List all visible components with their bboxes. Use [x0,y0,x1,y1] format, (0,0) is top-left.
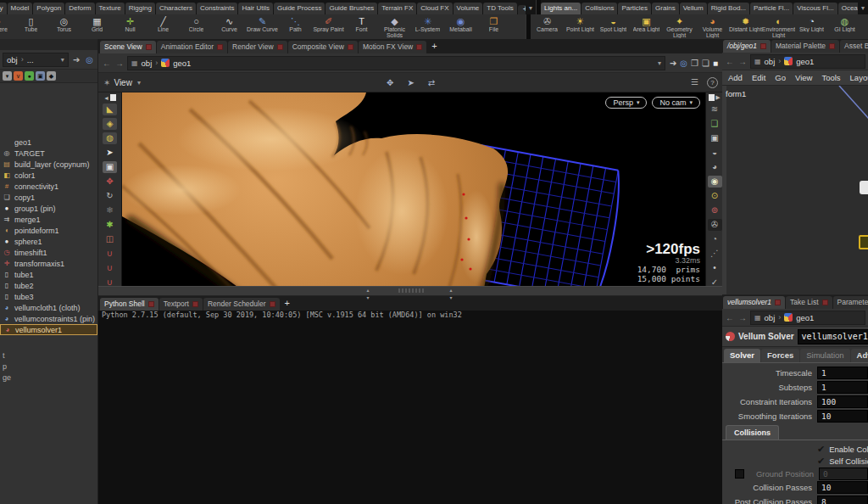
pose-snowflake-icon[interactable]: ❄ [103,204,117,216]
node-list-item[interactable]: ◕vellumsolver1 [0,324,97,335]
hood-icon[interactable]: ◒ [708,147,722,159]
shelf-tool[interactable]: ▣Area Light [630,16,663,38]
parameter-field[interactable]: 10 [817,410,868,423]
pane-tab[interactable]: + [427,39,441,53]
shelf-tab[interactable]: Vellum [680,3,707,14]
shelf-tool[interactable]: ✐Spray Paint [312,16,345,38]
magnet-icon[interactable]: ∪ [103,277,117,286]
node-list-item[interactable]: ◕vellumcloth1 (cloth) [0,302,97,313]
camera-selector[interactable]: No cam▾ [652,97,700,109]
strip-scroll-controls[interactable]: ◄ [103,94,116,101]
shelf-tab[interactable]: + [518,5,526,14]
panel-filter-icon[interactable]: ▾ [3,71,12,81]
parameter-field[interactable]: 100 [817,395,868,408]
checkbox-icon[interactable]: ✔ [817,445,825,454]
shelf-tool[interactable]: ▦Grid [81,16,114,38]
shelf-tool[interactable]: ∿Curve [213,16,246,38]
eye-icon[interactable]: ◔ [708,233,722,245]
shelf-overflow-icon[interactable]: ▾ [526,4,536,14]
parameter-field[interactable]: 8 [817,496,868,504]
node-list-item[interactable]: ▯tube2 [0,280,97,291]
pane-tab[interactable]: Render View [228,41,287,53]
menu-item[interactable]: Add [728,73,743,82]
shelf-tab[interactable]: Particle Fl... [750,3,793,14]
shelf-tab[interactable]: Lights an... [541,3,581,14]
parameter-tab[interactable]: Solver [724,349,760,362]
geo-pin-icon[interactable]: ⊚ [708,204,722,216]
shelf-tool[interactable]: ✎Draw Curve [246,16,279,38]
snap-grid-icon[interactable]: ◫ [103,233,117,245]
pane-tab[interactable]: Composite View [288,41,358,53]
viewport-canvas[interactable]: Persp▾ No cam▾ >120fps 3.32ms 14,700 pri… [122,92,705,286]
pane-tab[interactable]: Motion FX View [359,41,426,53]
shelf-tab[interactable]: Volume [453,3,483,14]
strip-scroll-controls[interactable]: ▶ [709,94,720,101]
node-list-item[interactable]: ◎TARGET [0,148,97,159]
pane-tab[interactable]: Take List [786,296,832,309]
parameter-field[interactable]: 1 [817,381,868,394]
breadcrumb-node[interactable]: geo1 [796,313,814,322]
shelf-tab[interactable]: Grains [652,3,679,14]
maximize-pane-icon[interactable]: ■ [711,59,720,68]
pane-tab[interactable]: /obj/geo1 [723,40,771,53]
view-tool-label[interactable]: View [114,78,132,87]
display-geometry-icon[interactable]: ❐ [689,59,700,68]
shelf-tool[interactable]: ❐File [477,16,510,38]
shelf-tab[interactable]: Oceans [838,3,858,14]
node-list-item[interactable]: t [0,350,97,361]
parameter-tab[interactable]: Simulation [800,349,849,362]
shelf-tab[interactable]: Particles [618,3,651,14]
collisions-section-tab[interactable]: Collisions [726,425,779,440]
shelf-tool[interactable]: ◕Volume Light [696,16,729,38]
menu-item[interactable]: View [795,73,812,82]
link-pane-icon[interactable]: ◎ [84,55,95,64]
ground-position-toggle[interactable] [735,469,744,479]
shelf-tool[interactable]: ⋱Path [279,16,312,38]
parameter-field[interactable]: 10 [817,481,868,494]
viewport-lock-icon[interactable]: ▣ [708,132,722,144]
shelf-tool[interactable]: ▯Tube [14,16,47,38]
node-list-item[interactable]: ▤build_layer (copynum) [0,159,97,170]
shelf-tab[interactable]: Collisions [581,3,617,14]
pane-tab[interactable]: Python Shell [100,298,159,311]
shelf-tool[interactable]: ◎Torus [47,16,81,38]
shelf-tool[interactable]: ◔Sky Light [795,16,828,38]
checkbox-row[interactable]: ✔Self Collisions [722,455,868,467]
node-list-item[interactable]: geo1 [0,137,97,148]
chevron-down-icon[interactable]: ▾ [658,59,661,67]
template-geometry-icon[interactable]: ❏ [700,59,711,68]
projection-selector[interactable]: Persp▾ [605,97,647,109]
back-arrow-icon[interactable]: ← [725,313,735,322]
vertex-check-icon[interactable]: ✓ [708,277,722,286]
layers-icon[interactable]: ≋ [708,104,722,115]
pane-tab[interactable]: Textport [159,298,203,311]
node-list-item[interactable]: ◷timeshift1 [0,247,97,258]
linked-view-icon[interactable]: ◎ [678,59,689,68]
normals-icon[interactable]: ⋰ [708,248,722,260]
back-arrow-icon[interactable]: ← [102,59,112,68]
shelf-tool[interactable]: ╱Line [147,16,180,38]
view-tool-icon[interactable]: ✶ [103,78,110,87]
network-node[interactable] [860,181,868,194]
pane-tab[interactable]: Scene View [100,41,156,53]
shelf-tab[interactable]: TD Tools [483,3,516,14]
shelf-tool[interactable]: ✳L-System [411,16,444,38]
scene-path-field[interactable]: ▦ obj › geo1 ▾ [127,56,665,70]
node-list-item[interactable]: ❏copy1 [0,192,97,203]
pane-tab[interactable]: Animation Editor [157,41,227,53]
checkbox-icon[interactable]: ✔ [817,456,825,466]
lightbulb-icon[interactable]: ◉ [708,176,722,188]
pane-tab[interactable]: + [281,296,294,311]
shelf-tab[interactable]: Modify [0,3,7,14]
parameter-tab[interactable]: Forces [761,349,799,362]
pane-tab[interactable]: vellumsolver1 [723,296,785,309]
network-path-field[interactable]: ▦ obj › geo1 [750,54,865,69]
chevron-down-icon[interactable]: ▾ [137,79,141,87]
shelf-tool[interactable]: ☀Point Light [564,16,597,38]
node-list-item[interactable]: ◧color1 [0,170,97,181]
node-list-item[interactable]: #connectivity1 [0,181,97,192]
checkbox-row[interactable]: ✔Enable Collisions [722,443,868,455]
node-list-item[interactable]: ge [0,372,97,383]
shelf-tab[interactable]: Guide Brushes [326,3,377,14]
shaded-display-icon[interactable]: ◈ [103,118,117,130]
